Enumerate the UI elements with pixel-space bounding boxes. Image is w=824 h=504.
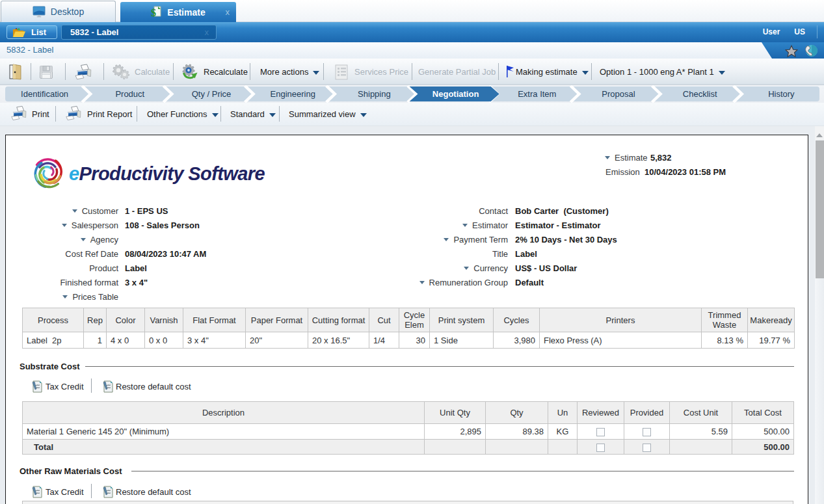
svg-text:Product: Product bbox=[115, 89, 144, 99]
svg-text:Extra Item: Extra Item bbox=[518, 89, 556, 99]
svg-text:History: History bbox=[768, 89, 795, 99]
svg-text:Identification: Identification bbox=[21, 89, 68, 99]
svg-text:Shipping: Shipping bbox=[358, 89, 391, 99]
svg-text:Negotiation: Negotiation bbox=[432, 89, 479, 99]
svg-text:Proposal: Proposal bbox=[602, 89, 635, 99]
svg-text:Qty / Price: Qty / Price bbox=[192, 89, 232, 99]
svg-text:Checklist: Checklist bbox=[683, 89, 717, 99]
svg-text:$: $ bbox=[151, 7, 156, 18]
svg-text:Engineering: Engineering bbox=[271, 89, 315, 99]
